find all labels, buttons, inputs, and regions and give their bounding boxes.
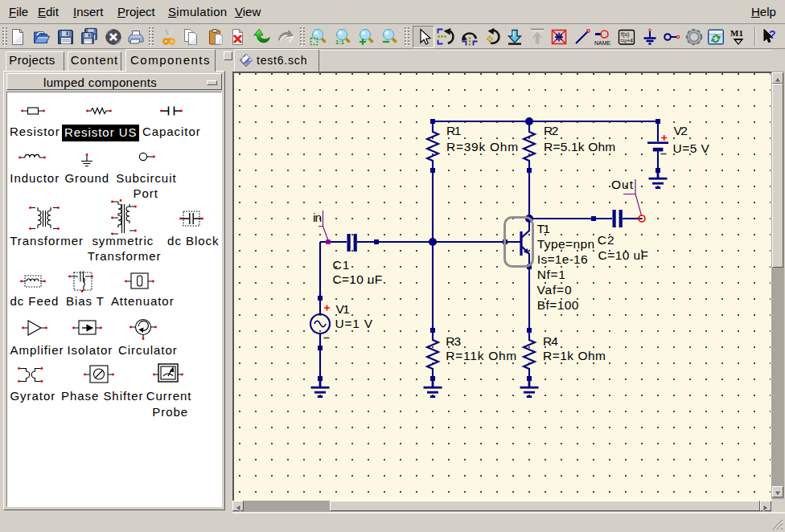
- svg-text:=u+4: =u+4: [620, 38, 633, 43]
- svg-text:?: ?: [769, 28, 776, 41]
- svg-text:f(u): f(u): [621, 31, 630, 38]
- svg-text:1:1: 1:1: [335, 39, 344, 46]
- svg-text:NAME: NAME: [594, 40, 611, 46]
- svg-text:M1: M1: [730, 28, 743, 38]
